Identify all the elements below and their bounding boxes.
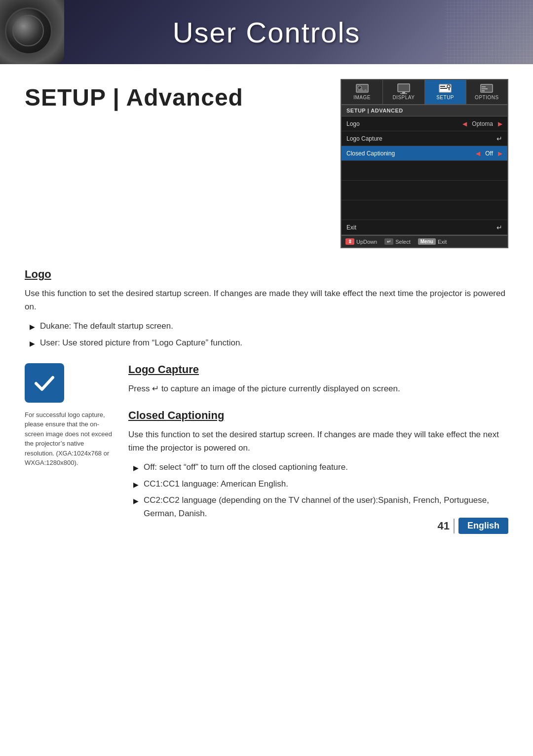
image-tab-icon xyxy=(355,84,369,94)
osd-logo-capture-label: Logo Capture xyxy=(346,135,496,142)
header-pattern xyxy=(444,0,533,64)
updown-label: UpDown xyxy=(356,239,377,245)
osd-spacer-1 xyxy=(342,161,507,181)
osd-footer-exit: Menu Exit xyxy=(418,238,447,245)
select-label: Select xyxy=(395,239,411,245)
page-language: English xyxy=(458,518,508,534)
display-tab-icon xyxy=(397,84,411,94)
osd-section-header: SETUP | ADVANCED xyxy=(342,105,507,116)
cc-bullet-1-text: Off: select “off” to turn off the closed… xyxy=(144,460,348,474)
osd-logo-arrow-left: ◀ xyxy=(462,120,467,127)
svg-rect-8 xyxy=(440,88,447,89)
osd-tab-image-label: IMAGE xyxy=(353,95,371,100)
osd-logo-arrow-right: ▶ xyxy=(498,120,502,127)
cc-bullet-arrow-3: ▶ xyxy=(133,495,139,506)
cc-bullet-3-text: CC2:CC2 language (depending on the TV ch… xyxy=(144,493,508,520)
osd-tab-setup-label: SETUP xyxy=(436,95,454,100)
osd-row-exit[interactable]: Exit ↵ xyxy=(342,220,507,235)
logo-heading: Logo xyxy=(25,268,51,281)
svg-rect-10 xyxy=(449,88,450,90)
logo-bullet-1-text: Dukane: The default startup screen. xyxy=(40,319,173,333)
updown-key: ⇕ xyxy=(345,238,354,245)
menu-key: Menu xyxy=(418,238,436,245)
bottom-section: For successful logo capture, please ensu… xyxy=(25,363,508,534)
top-section: SETUP | Advanced IMAGE xyxy=(25,79,508,248)
setup-tab-icon xyxy=(438,84,452,94)
content-column: Logo Capture Press ↵ to capture an image… xyxy=(128,363,508,534)
page-header: User Controls xyxy=(0,0,533,64)
cc-bullets: ▶ Off: select “off” to turn off the clos… xyxy=(128,460,508,520)
osd-exit-enter: ↵ xyxy=(496,224,502,231)
osd-cc-label: Closed Captioning xyxy=(346,150,476,157)
cc-bullet-2-text: CC1:CC1 language: American English. xyxy=(144,477,288,491)
osd-menu: IMAGE DISPLAY xyxy=(341,79,508,248)
svg-rect-5 xyxy=(400,93,407,94)
logo-body: Use this function to set the desired sta… xyxy=(25,287,508,313)
osd-row-logo-capture[interactable]: Logo Capture ↵ xyxy=(342,131,507,146)
osd-tab-options[interactable]: OPTIONS xyxy=(466,80,507,104)
cc-heading: Closed Captioning xyxy=(128,409,224,422)
osd-tab-image[interactable]: IMAGE xyxy=(342,80,383,104)
cc-bullet-arrow-1: ▶ xyxy=(133,462,139,473)
osd-tab-options-label: OPTIONS xyxy=(475,95,499,100)
osd-footer-updown: ⇕ UpDown xyxy=(345,238,377,245)
svg-rect-4 xyxy=(402,92,405,93)
main-content: SETUP | Advanced IMAGE xyxy=(0,64,533,549)
svg-rect-3 xyxy=(398,84,410,92)
logo-bullet-2-text: User: Use stored picture from “Logo Capt… xyxy=(40,336,242,349)
osd-exit-label: Exit xyxy=(346,224,496,231)
section-heading: SETUP | Advanced xyxy=(25,84,321,111)
exit-label: Exit xyxy=(438,239,447,245)
osd-logo-label: Logo xyxy=(346,120,462,127)
osd-tab-display-label: DISPLAY xyxy=(392,95,415,100)
osd-panel: IMAGE DISPLAY xyxy=(341,79,508,248)
cc-bullet-3: ▶ CC2:CC2 language (depending on the TV … xyxy=(128,493,508,520)
svg-rect-13 xyxy=(482,88,488,89)
note-text: For successful logo capture, please ensu… xyxy=(25,410,114,468)
page-footer: 41 English xyxy=(438,518,509,534)
page-title: User Controls xyxy=(173,16,361,49)
cc-bullet-arrow-2: ▶ xyxy=(133,479,139,490)
osd-row-logo[interactable]: Logo ◀ Optoma ▶ xyxy=(342,116,507,131)
logo-bullet-2: ▶ User: Use stored picture from “Logo Ca… xyxy=(25,336,508,349)
note-icon-badge xyxy=(25,363,64,403)
osd-cc-arrow-right: ▶ xyxy=(498,150,502,157)
logo-bullets: ▶ Dukane: The default startup screen. ▶ … xyxy=(25,319,508,349)
osd-logo-capture-enter: ↵ xyxy=(496,135,502,143)
logo-capture-body: Press ↵ to capture an image of the pictu… xyxy=(128,382,508,395)
svg-rect-12 xyxy=(482,86,486,87)
osd-footer-select: ↵ Select xyxy=(384,238,411,245)
logo-section: Logo Use this function to set the desire… xyxy=(25,268,508,349)
osd-row-closed-captioning[interactable]: Closed Captioning ◀ Off ▶ xyxy=(342,146,507,161)
top-left: SETUP | Advanced xyxy=(25,79,321,248)
cc-bullet-1: ▶ Off: select “off” to turn off the clos… xyxy=(128,460,508,474)
note-column: For successful logo capture, please ensu… xyxy=(25,363,114,534)
enter-key: ↵ xyxy=(384,238,393,245)
camera-image xyxy=(0,0,64,64)
osd-tabs: IMAGE DISPLAY xyxy=(342,80,507,105)
logo-bullet-1: ▶ Dukane: The default startup screen. xyxy=(25,319,508,333)
osd-cc-value: Off xyxy=(485,150,493,157)
cc-body: Use this function to set the desired sta… xyxy=(128,428,508,454)
closed-captioning-section: Closed Captioning Use this function to s… xyxy=(128,409,508,520)
osd-spacer-2 xyxy=(342,181,507,200)
osd-cc-arrow-left: ◀ xyxy=(476,150,480,157)
logo-capture-section: Logo Capture Press ↵ to capture an image… xyxy=(128,363,508,395)
bullet-arrow-2: ▶ xyxy=(30,338,35,349)
bullet-arrow-1: ▶ xyxy=(30,321,35,332)
svg-rect-7 xyxy=(440,86,445,87)
osd-tab-setup[interactable]: SETUP xyxy=(425,80,466,104)
osd-tab-display[interactable]: DISPLAY xyxy=(383,80,424,104)
svg-rect-14 xyxy=(482,90,485,91)
cc-bullet-2: ▶ CC1:CC1 language: American English. xyxy=(128,477,508,491)
osd-footer: ⇕ UpDown ↵ Select Menu Exit xyxy=(342,235,507,247)
options-tab-icon xyxy=(480,84,494,94)
logo-capture-heading: Logo Capture xyxy=(128,363,199,376)
page-divider xyxy=(454,519,455,533)
osd-spacer-3 xyxy=(342,200,507,220)
page-number: 41 xyxy=(438,520,450,532)
osd-logo-value: Optoma xyxy=(472,120,493,127)
